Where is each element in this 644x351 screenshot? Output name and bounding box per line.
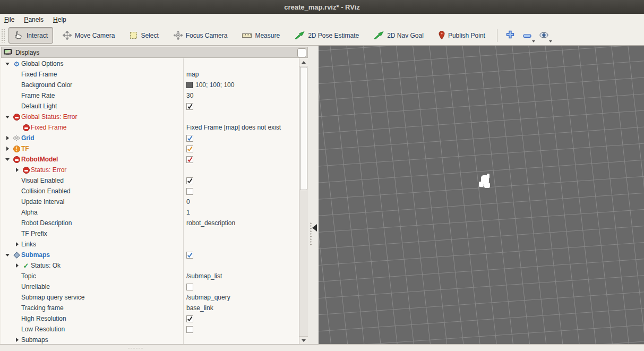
expand-down-icon[interactable]	[5, 254, 10, 256]
error-icon	[12, 114, 21, 121]
tree-row-high-resolution[interactable]: High Resolution	[1, 313, 299, 324]
tree-row-fixed-frame[interactable]: Fixed Framemap	[1, 69, 299, 80]
panel-splitter[interactable]	[308, 46, 319, 344]
tool-measure-button[interactable]: Measure	[237, 28, 285, 43]
expand-right-icon[interactable]	[6, 147, 9, 151]
row-value-cell[interactable]: Fixed Frame [map] does not exist	[186, 122, 281, 133]
expand-right-icon[interactable]	[16, 242, 19, 246]
row-value-cell[interactable]: robot_description	[186, 218, 235, 228]
tool-visibility-button[interactable]	[537, 29, 551, 42]
tree-row-topic[interactable]: Topic/submap_list	[1, 271, 299, 281]
row-value-cell[interactable]	[186, 250, 193, 260]
tree-row-tf[interactable]: !TF	[1, 143, 299, 154]
tree-row-fixed-frame[interactable]: Fixed FrameFixed Frame [map] does not ex…	[1, 122, 299, 133]
row-value-cell[interactable]	[186, 143, 193, 154]
checkbox[interactable]	[186, 252, 193, 259]
tool-move-camera-button[interactable]: Move Camera	[57, 27, 120, 44]
row-value-cell[interactable]	[186, 154, 193, 165]
splitter-collapse-icon[interactable]	[312, 224, 317, 232]
add-tool-button[interactable]	[503, 29, 517, 42]
tree-row-status-error[interactable]: Status: Error	[1, 165, 299, 175]
tree-row-submap-query-service[interactable]: Submap query service/submap_query	[1, 292, 299, 303]
bottom-splitter-bar[interactable]	[0, 344, 644, 351]
tree-row-robotmodel[interactable]: RobotModel	[1, 154, 299, 165]
tree-row-unreliable[interactable]: Unreliable	[1, 281, 299, 292]
row-name-cell: Alpha	[1, 207, 38, 218]
expand-down-icon[interactable]	[5, 63, 10, 65]
scrollbar-down-arrow-icon[interactable]	[299, 336, 308, 344]
row-value-cell[interactable]: 0	[186, 196, 190, 207]
expand-right-icon[interactable]	[16, 338, 19, 342]
tree-row-submaps[interactable]: Submaps	[1, 335, 299, 344]
tree-row-status-ok[interactable]: ✓Status: Ok	[1, 260, 299, 271]
tool-select-button[interactable]: Select	[124, 28, 164, 43]
tree-row-alpha[interactable]: Alpha1	[1, 207, 299, 218]
checkbox[interactable]	[186, 135, 193, 142]
color-swatch[interactable]	[186, 82, 193, 88]
row-value-cell[interactable]: 1	[186, 207, 190, 218]
menu-file[interactable]: File	[4, 16, 14, 23]
tool-2d-nav-goal-button[interactable]: 2D Nav Goal	[368, 28, 429, 43]
row-value-cell[interactable]	[186, 186, 193, 196]
row-value-cell[interactable]: /submap_list	[186, 271, 222, 281]
tree-row-background-color[interactable]: Background Color100; 100; 100	[1, 80, 299, 90]
render-viewport[interactable]	[319, 46, 644, 344]
panel-header-button[interactable]	[297, 48, 306, 57]
tree-row-global-status-error[interactable]: Global Status: Error	[1, 112, 299, 122]
menu-panels[interactable]: Panels	[24, 16, 44, 23]
scrollbar-thumb[interactable]	[300, 67, 307, 190]
tree-row-frame-rate[interactable]: Frame Rate30	[1, 90, 299, 101]
row-value-cell[interactable]	[186, 324, 193, 335]
expand-right-icon[interactable]	[16, 263, 19, 268]
row-value-cell[interactable]	[186, 175, 193, 186]
row-value-cell[interactable]	[186, 313, 193, 324]
dropdown-arrow-icon[interactable]	[532, 40, 535, 42]
menu-help[interactable]: Help	[53, 16, 66, 23]
row-value-cell[interactable]	[186, 101, 193, 112]
expand-right-icon[interactable]	[6, 136, 9, 140]
expand-right-icon[interactable]	[16, 168, 19, 172]
row-value-cell[interactable]: 100; 100; 100	[186, 80, 234, 90]
tree-row-grid[interactable]: Grid	[1, 133, 299, 143]
tree-row-links[interactable]: Links	[1, 239, 299, 250]
tree-row-tracking-frame[interactable]: Tracking framebase_link	[1, 303, 299, 313]
dropdown-arrow-icon[interactable]	[549, 40, 552, 42]
tree-row-visual-enabled[interactable]: Visual Enabled	[1, 175, 299, 186]
title-bar[interactable]: create_map.rviz* - RViz	[0, 0, 644, 14]
checkbox[interactable]	[186, 177, 193, 184]
checkbox[interactable]	[186, 326, 193, 333]
error-icon	[21, 124, 31, 131]
displays-panel-header[interactable]: Displays	[1, 47, 308, 58]
row-value-cell[interactable]: base_link	[186, 303, 213, 313]
row-value-cell[interactable]	[186, 133, 193, 143]
tool-2d-pose-estimate-button[interactable]: 2D Pose Estimate	[289, 28, 364, 43]
scrollbar-up-arrow-icon[interactable]	[299, 58, 308, 66]
expand-down-icon[interactable]	[5, 116, 10, 118]
row-value-cell[interactable]: /submap_query	[186, 292, 230, 303]
tree-row-submaps[interactable]: Submaps	[1, 250, 299, 260]
row-value-cell[interactable]	[186, 281, 193, 292]
row-value-cell[interactable]: map	[186, 69, 199, 80]
checkbox[interactable]	[186, 145, 193, 152]
checkbox[interactable]	[186, 103, 193, 110]
row-label: Alpha	[21, 209, 38, 216]
tool-focus-camera-button[interactable]: Focus Camera	[168, 27, 233, 44]
checkbox[interactable]	[186, 156, 193, 163]
row-value-cell[interactable]: 30	[186, 90, 193, 101]
toolbar-drag-handle[interactable]	[1, 29, 5, 42]
tree-row-robot-description[interactable]: Robot Descriptionrobot_description	[1, 218, 299, 228]
tree-row-default-light[interactable]: Default Light	[1, 101, 299, 112]
checkbox[interactable]	[186, 284, 193, 290]
tree-row-low-resolution[interactable]: Low Resolution	[1, 324, 299, 335]
checkbox[interactable]	[186, 188, 193, 195]
tree-row-update-interval[interactable]: Update Interval0	[1, 196, 299, 207]
remove-tool-button[interactable]	[520, 29, 534, 42]
expand-down-icon[interactable]	[5, 158, 10, 161]
tree-row-global-options[interactable]: ⚙Global Options	[1, 58, 299, 69]
tree-row-collision-enabled[interactable]: Collision Enabled	[1, 186, 299, 196]
checkbox[interactable]	[186, 315, 193, 322]
tool-publish-point-button[interactable]: Publish Point	[433, 27, 491, 44]
tree-scrollbar[interactable]	[299, 58, 308, 344]
tree-row-tf-prefix[interactable]: TF Prefix	[1, 228, 299, 239]
tool-interact-button[interactable]: Interact	[8, 27, 53, 44]
